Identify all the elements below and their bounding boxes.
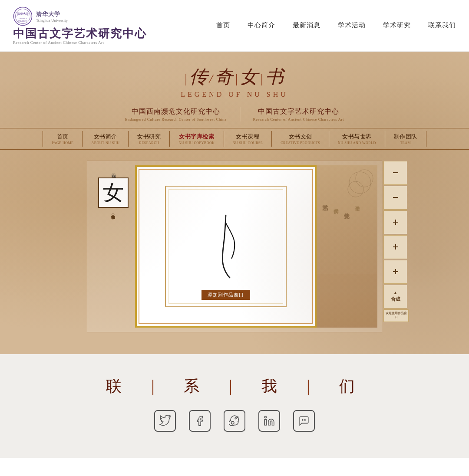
subnav-copybook[interactable]: 女书字库检索 NU SHU COPYBOOK (170, 131, 224, 147)
center-panel: 添加到作品窗口 (135, 165, 317, 328)
svg-point-25 (264, 416, 266, 418)
subnav-course[interactable]: 女书课程 NU SHU COURSE (224, 131, 272, 147)
nav-news[interactable]: 最新消息 (293, 21, 320, 30)
combine-arrow-icon: ▲ (393, 290, 398, 295)
svg-text:清华大学: 清华大学 (17, 12, 29, 16)
svg-point-7 (348, 181, 363, 197)
svg-point-6 (356, 170, 373, 187)
nav-research[interactable]: 学术研究 (383, 21, 411, 30)
institute-ancient: 中国古文字艺术研究中心 Research Center of Ancient C… (240, 107, 357, 121)
blank-area (0, 458, 469, 476)
svg-text:UNIVERSITY: UNIVERSITY (18, 20, 27, 22)
svg-point-22 (235, 417, 236, 419)
svg-point-27 (304, 419, 305, 420)
side-btn-2[interactable] (383, 186, 407, 210)
left-panel: 汉字字体 女 女书字体（胡欣书法体） (92, 165, 135, 328)
subnav-about[interactable]: 女书简介 ABOUT NU SHU (83, 131, 129, 147)
side-btn-combine[interactable]: ▲ 合成 (383, 285, 407, 309)
main-content: 汉字字体 女 女书字体（胡欣书法体） (0, 156, 469, 337)
svg-text:女书传承: 女书传承 (334, 209, 339, 214)
tsinghua-seal-icon: 清华大学 TSINGHUA UNIVERSITY (13, 7, 33, 26)
nav-home[interactable]: 首页 (216, 21, 230, 30)
subnav-creative[interactable]: 女书文创 CREATIVE PRODUCTS (272, 131, 329, 147)
nav-about[interactable]: 中心简介 (248, 21, 275, 30)
side-panel-hint: 欢迎使用作品窗口 (383, 309, 409, 322)
nav-activities[interactable]: 学术活动 (338, 21, 366, 30)
sub-nav: 首页 PAGE HOME 女书简介 ABOUT NU SHU 女书研究 RESE… (0, 128, 469, 150)
footer-contact: 联 ｜ 系 ｜ 我 ｜ 们 (0, 354, 469, 458)
hero-title-area: |传/奇|女|书 LEGEND OF NU SHU (0, 65, 469, 98)
combine-label: 合成 (391, 296, 400, 302)
right-deco: 书法艺术 女书传承 文化传统 珍贵遗产 (317, 165, 377, 328)
logo-area: 清华大学 TSINGHUA UNIVERSITY 清华大学 Tsinghua U… (13, 7, 147, 45)
char-label: 汉字字体 (110, 170, 116, 173)
side-panel: ▲ 合成 欢迎使用作品窗口 (383, 161, 409, 322)
hero-title-cn: |传/奇|女|书 (0, 65, 469, 89)
calligraphy-deco-icon: 书法艺术 女书传承 文化传统 珍贵遗产 (317, 165, 377, 326)
svg-rect-24 (264, 419, 266, 425)
svg-point-26 (302, 419, 303, 420)
subnav-home[interactable]: 首页 PAGE HOME (43, 131, 83, 147)
copybook-frame: 添加到作品窗口 (165, 186, 287, 307)
facebook-icon[interactable] (189, 410, 211, 432)
logo-main-cn: 中国古文字艺术研究中心 (13, 28, 147, 40)
twitter-icon[interactable] (154, 410, 176, 432)
svg-text:文化传统: 文化传统 (344, 213, 350, 219)
subnav-world[interactable]: 女书与世界 NU SHU AND WORLD (329, 131, 385, 147)
side-btn-1[interactable] (383, 161, 407, 185)
hero-title-en: LEGEND OF NU SHU (0, 91, 469, 98)
char-box: 女 (98, 177, 129, 208)
copybook-container: 汉字字体 女 女书字体（胡欣书法体） (87, 161, 382, 332)
weibo-icon[interactable] (224, 410, 245, 432)
side-btn-4[interactable] (383, 235, 407, 259)
institute-southwest: 中国西南濒危文化研究中心 Endangered Culture Research… (112, 107, 239, 121)
svg-point-0 (14, 7, 32, 26)
subnav-research[interactable]: 女书研究 RESEARCH (129, 131, 170, 147)
wechat-icon[interactable] (293, 410, 315, 432)
logo-sub-en: Research Center of Ancient Chinese Chara… (13, 40, 104, 45)
institutes-row: 中国西南濒危文化研究中心 Endangered Culture Research… (0, 107, 469, 121)
svg-text:TSINGHUA: TSINGHUA (18, 17, 27, 20)
svg-text:书法艺术: 书法艺术 (322, 205, 328, 211)
social-icons (0, 410, 469, 432)
svg-point-21 (231, 421, 234, 424)
tsinghua-text: 清华大学 Tsinghua University (36, 10, 68, 23)
main-nav: 首页 中心简介 最新消息 学术活动 学术研究 联系我们 (216, 21, 456, 30)
char-display: 女 (103, 179, 124, 207)
svg-text:珍贵遗产: 珍贵遗产 (356, 206, 360, 211)
add-window-button[interactable]: 添加到作品窗口 (201, 290, 250, 300)
subnav-team[interactable]: 制作团队 TEAM (385, 131, 426, 147)
linkedin-icon[interactable] (258, 410, 280, 432)
svg-rect-12 (317, 274, 377, 326)
logo-top: 清华大学 TSINGHUA UNIVERSITY 清华大学 Tsinghua U… (13, 7, 68, 26)
side-btn-5[interactable] (383, 260, 407, 284)
contact-title: 联 ｜ 系 ｜ 我 ｜ 们 (0, 376, 469, 397)
header: 清华大学 TSINGHUA UNIVERSITY 清华大学 Tsinghua U… (0, 0, 469, 52)
nav-contact[interactable]: 联系我们 (428, 21, 456, 30)
hero-section: |传/奇|女|书 LEGEND OF NU SHU 中国西南濒危文化研究中心 E… (0, 52, 469, 354)
side-btn-3[interactable] (383, 210, 407, 234)
